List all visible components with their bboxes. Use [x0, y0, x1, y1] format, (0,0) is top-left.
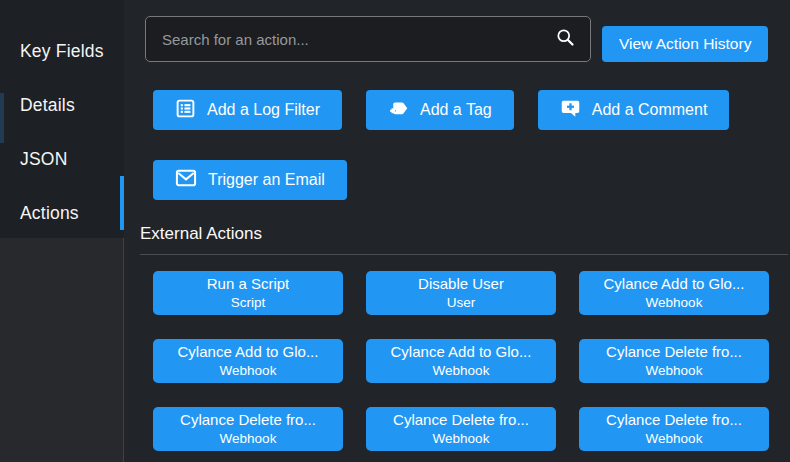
external-action-run-a-script[interactable]: Run a Script Script: [153, 271, 343, 315]
external-action-cylance-delete[interactable]: Cylance Delete fro... Webhook: [366, 407, 556, 451]
action-type: Webhook: [220, 362, 277, 380]
action-title: Run a Script: [207, 274, 290, 294]
quick-actions-row-2: Trigger an Email: [153, 160, 790, 200]
action-title: Cylance Add to Glo...: [391, 342, 532, 362]
trigger-email-label: Trigger an Email: [208, 171, 325, 189]
comment-plus-icon: [560, 98, 581, 123]
external-action-cylance-add[interactable]: Cylance Add to Glo... Webhook: [153, 339, 343, 383]
sidebar-scroll-indicator: [0, 93, 4, 143]
sidebar-rail: Key Fields Details JSON Actions: [0, 0, 124, 462]
active-tab-indicator: [120, 176, 124, 230]
external-action-cylance-add[interactable]: Cylance Add to Glo... Webhook: [366, 339, 556, 383]
action-search-box[interactable]: [145, 16, 591, 62]
actions-panel: View Action History Add a Log Filter: [125, 0, 790, 462]
action-type: User: [447, 294, 476, 312]
sidebar-item-json[interactable]: JSON: [0, 132, 124, 186]
log-filter-icon: [175, 98, 196, 123]
action-title: Cylance Delete fro...: [393, 410, 529, 430]
search-input[interactable]: [160, 30, 555, 49]
external-action-disable-user[interactable]: Disable User User: [366, 271, 556, 315]
sidebar-item-key-fields[interactable]: Key Fields: [0, 24, 124, 78]
sidebar-nav: Key Fields Details JSON Actions: [0, 0, 124, 238]
action-title: Cylance Delete fro...: [606, 342, 742, 362]
action-title: Cylance Delete fro...: [606, 410, 742, 430]
external-actions-heading: External Actions: [140, 224, 788, 255]
email-icon: [175, 168, 197, 192]
action-type: Webhook: [646, 294, 703, 312]
external-action-cylance-delete[interactable]: Cylance Delete fro... Webhook: [579, 339, 769, 383]
add-comment-button[interactable]: Add a Comment: [538, 90, 730, 130]
add-log-filter-button[interactable]: Add a Log Filter: [153, 90, 342, 130]
action-type: Webhook: [646, 362, 703, 380]
add-tag-button[interactable]: Add a Tag: [366, 90, 514, 130]
quick-actions-row-1: Add a Log Filter Add a Tag: [153, 90, 790, 130]
external-action-cylance-delete[interactable]: Cylance Delete fro... Webhook: [579, 407, 769, 451]
external-actions-grid: Run a Script Script Disable User User Cy…: [153, 271, 790, 451]
action-type: Webhook: [433, 362, 490, 380]
action-type: Webhook: [433, 430, 490, 448]
action-type: Webhook: [646, 430, 703, 448]
action-title: Cylance Add to Glo...: [604, 274, 745, 294]
action-title: Cylance Add to Glo...: [178, 342, 319, 362]
sidebar-item-actions[interactable]: Actions: [0, 186, 124, 240]
action-title: Cylance Delete fro...: [180, 410, 316, 430]
add-tag-label: Add a Tag: [420, 101, 492, 119]
tag-plus-icon: [388, 98, 409, 123]
action-type: Webhook: [220, 430, 277, 448]
action-type: Script: [231, 294, 266, 312]
sidebar-item-details[interactable]: Details: [0, 78, 124, 132]
search-row: View Action History: [145, 16, 790, 62]
trigger-email-button[interactable]: Trigger an Email: [153, 160, 347, 200]
add-comment-label: Add a Comment: [592, 101, 708, 119]
external-action-cylance-delete[interactable]: Cylance Delete fro... Webhook: [153, 407, 343, 451]
action-title: Disable User: [418, 274, 504, 294]
search-icon[interactable]: [555, 27, 576, 52]
external-action-cylance-add[interactable]: Cylance Add to Glo... Webhook: [579, 271, 769, 315]
add-log-filter-label: Add a Log Filter: [207, 101, 320, 119]
view-action-history-button[interactable]: View Action History: [602, 26, 768, 62]
